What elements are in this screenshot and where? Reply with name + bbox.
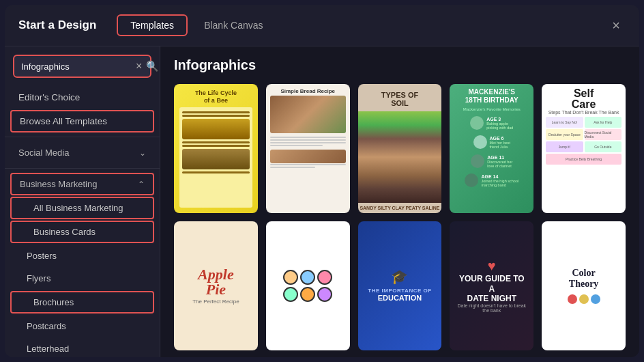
line [182,171,250,173]
close-button[interactable]: × [606,15,626,36]
card-subtitle-selfcare: Steps That Don't Break The Bank [546,110,621,115]
template-card-education[interactable]: 🎓 THE IMPORTANCE OF EDUCATION [358,221,442,350]
face-1 [283,270,298,285]
color-dot-yellow [579,294,589,304]
selfcare-row2: Declutter your Space Disconnect Social M… [546,129,621,140]
sidebar-item-posters[interactable]: Posters [5,245,160,267]
template-card-datenight[interactable]: ♥ YOUR GUIDE TO ADATE NIGHT Date night d… [450,221,533,350]
template-grid-row2: ApplePie The Perfect Recipe [174,221,626,350]
line [270,142,346,143]
card-img-recipe [270,96,346,133]
chevron-up-icon: ⌃ [138,180,145,189]
sidebar-item-brochures[interactable]: Brochures [10,291,154,314]
card-title-selfcare: SelfCare [546,88,621,110]
card-title-bee: The Life Cycleof a Bee [195,89,237,105]
main-content: Infographics The Life Cycleof a Bee [160,46,639,357]
card-sub-apple: The Perfect Recipe [192,298,239,305]
line [270,145,323,146]
card-title-education: THE IMPORTANCE OF [368,288,431,294]
img-bee2 [182,149,250,169]
template-grid-row1: The Life Cycleof a Bee Simple Bread Reci… [174,84,626,213]
search-icon: 🔍 [146,60,159,72]
birthday-age6: AGE 6 Met her bestfriend Julia [473,134,511,150]
line [270,167,315,168]
sidebar-item-flyers[interactable]: Flyers [5,267,160,290]
template-card-colortheory[interactable]: ColorTheory [542,221,626,350]
selfcare-box-purple: Jump it! [546,141,583,152]
card-title-birthday: MACKENZIE'S18TH BIRTHDAY [465,88,518,105]
selfcare-row3: Jump it! Go Outside [546,141,621,152]
divider-1 [5,137,160,137]
selfcare-row4: Practice Belly Breathing [546,154,621,165]
sidebar-item-browse-all[interactable]: Browse All Templates [10,110,154,133]
template-card-birthday[interactable]: MACKENZIE'S18TH BIRTHDAY Mackenzie's Fav… [450,84,533,213]
clear-icon[interactable]: × [136,60,142,72]
heart-icon: ♥ [488,258,496,274]
sidebar-item-editors-choice[interactable]: Editor's Choice [5,86,160,109]
template-card-recipe[interactable]: Simple Bread Recipe [266,84,350,213]
card-main-education: EDUCATION [378,294,422,303]
faces-grid [278,264,338,307]
chevron-down-icon: ⌄ [139,148,146,158]
card-img2-recipe [270,150,346,163]
search-box: × 🔍 [13,55,151,78]
birthday-age3: AGE 3 Baking applepicking with dad [470,115,513,131]
card-title-recipe: Simple Bread Recipe [270,88,346,94]
start-design-modal: Start a Design Templates Blank Canvas × … [5,5,639,357]
tab-blank-canvas[interactable]: Blank Canvas [190,14,276,36]
line [270,137,346,138]
line [182,145,250,147]
card-title-apple: ApplePie [192,267,239,297]
modal-header: Start a Design Templates Blank Canvas × [5,5,639,46]
img-bee [182,119,250,139]
selfcare-box-green2: Go Outside [585,141,621,152]
birthday-age11: AGE 11 Discovered herlove of clarinet [471,153,512,169]
line [182,141,250,143]
selfcare-box-last: Practice Belly Breathing [546,154,621,165]
line [270,164,346,165]
card-body-bee [179,107,252,208]
card-items-selfcare: Learn to Say No! Ask for Help Declutter … [546,117,621,209]
sidebar-item-social-media[interactable]: Social Media ⌄ [5,141,160,164]
colortheory-circles [568,294,600,304]
sidebar-item-letterhead[interactable]: Letterhead [5,337,160,357]
sidebar: × 🔍 Editor's Choice Browse All Templates… [5,46,160,357]
color-dot-red [568,294,577,304]
section-title: Infographics [174,57,626,73]
template-card-apple[interactable]: ApplePie The Perfect Recipe [174,221,258,350]
birthday-age14: AGE 14 Joined the high schoolmarching ba… [465,172,518,189]
face-6 [317,287,332,302]
color-dot-blue [591,294,600,304]
template-card-faces[interactable] [266,221,350,350]
line [270,139,346,141]
modal-title: Start a Design [18,18,96,32]
birthday-subtitle: Mackenzie's Favorite Memories [463,107,521,111]
face-5 [300,287,315,302]
card-sub-datenight: Date night doesn't have to break the ban… [455,303,528,313]
template-card-bee[interactable]: The Life Cycleof a Bee [174,84,258,213]
modal-body: × 🔍 Editor's Choice Browse All Templates… [5,46,639,357]
search-input[interactable] [21,61,136,72]
tab-templates[interactable]: Templates [117,14,188,36]
card-title-soil: TYPES OFSOIL [381,91,418,107]
sidebar-item-business-marketing[interactable]: Business Marketing ⌃ [10,173,154,195]
card-title-colortheory: ColorTheory [569,268,599,291]
face-3 [317,270,332,285]
card-title-datenight: YOUR GUIDE TO ADATE NIGHT [455,274,528,303]
selfcare-box: Learn to Say No! [546,117,583,128]
soil-labels: SANDY SILTY CLAY PEATY SALINE [358,203,442,213]
divider-2 [5,168,160,169]
sidebar-item-postcards[interactable]: Postcards [5,315,160,337]
soil-img [358,111,442,203]
header-tabs: Templates Blank Canvas [117,14,276,36]
template-card-soil[interactable]: TYPES OFSOIL SANDY SILTY CLAY PEATY SALI… [358,84,442,213]
sidebar-item-all-business[interactable]: All Business Marketing [10,197,154,219]
line [182,111,250,113]
face-4 [283,287,298,302]
face-2 [300,270,315,285]
sidebar-item-business-cards[interactable]: Business Cards [10,221,154,243]
selfcare-box-pink: Disconnect Social Media [585,129,621,140]
template-card-selfcare[interactable]: SelfCare Steps That Don't Break The Bank… [542,84,626,213]
education-icon: 🎓 [391,268,408,285]
selfcare-box-green: Ask for Help [585,117,621,128]
